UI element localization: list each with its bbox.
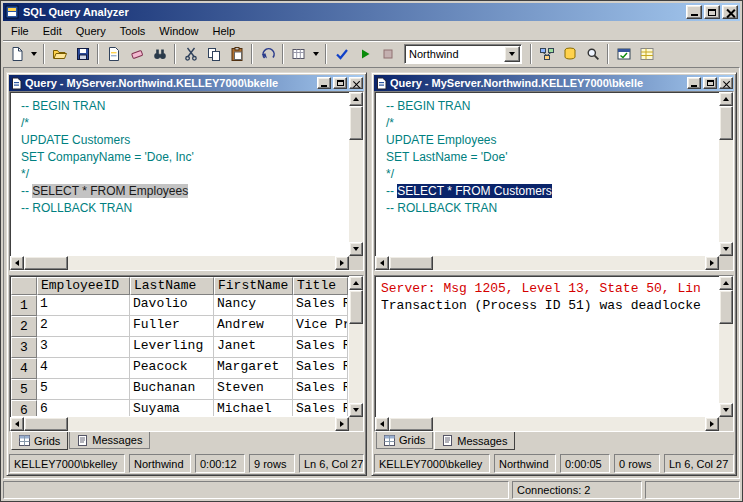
menu-item-query[interactable]: Query <box>69 23 113 39</box>
menu-item-tools[interactable]: Tools <box>113 23 153 39</box>
row-number[interactable]: 5 <box>11 379 37 400</box>
child-minimize-button[interactable] <box>317 77 331 89</box>
child-maximize-button[interactable] <box>703 77 717 89</box>
menu-item-edit[interactable]: Edit <box>36 23 69 39</box>
parse-query-button[interactable] <box>330 43 353 65</box>
editor-vertical-scrollbar[interactable] <box>719 92 733 256</box>
insert-template-button[interactable] <box>102 43 125 65</box>
open-file-button[interactable] <box>48 43 71 65</box>
row-number[interactable]: 3 <box>11 337 37 358</box>
table-row[interactable]: 3 3 Leverling Janet Sales R <box>11 337 348 358</box>
scroll-down-button[interactable] <box>719 242 733 256</box>
cell[interactable]: Steven <box>214 379 293 400</box>
row-number[interactable]: 1 <box>11 295 37 316</box>
cell[interactable]: Peacock <box>130 358 214 379</box>
scroll-left-button[interactable] <box>10 256 24 270</box>
cell[interactable]: 3 <box>37 337 130 358</box>
execute-mode-button[interactable] <box>287 43 310 65</box>
cell[interactable]: Vice Pr <box>293 316 348 337</box>
minimize-button[interactable] <box>686 5 702 19</box>
results-grid[interactable]: EmployeeID LastName FirstName Title 1 1 … <box>11 277 348 416</box>
object-search-button[interactable] <box>581 43 604 65</box>
cell[interactable]: Sales R <box>293 400 348 416</box>
child-close-button[interactable] <box>719 77 733 89</box>
messages-horizontal-scrollbar[interactable] <box>375 417 719 431</box>
find-button[interactable] <box>148 43 171 65</box>
scroll-down-button[interactable] <box>349 242 363 256</box>
display-plan-button[interactable] <box>535 43 558 65</box>
tab-messages[interactable]: Messages <box>434 431 515 450</box>
scroll-right-button[interactable] <box>705 256 719 270</box>
scroll-thumb[interactable] <box>389 417 433 431</box>
scroll-right-button[interactable] <box>335 417 349 431</box>
cell[interactable]: 6 <box>37 400 130 416</box>
cell[interactable]: 4 <box>37 358 130 379</box>
cell[interactable]: Buchanan <box>130 379 214 400</box>
scroll-thumb[interactable] <box>24 256 68 270</box>
cell[interactable]: Leverling <box>130 337 214 358</box>
scroll-up-button[interactable] <box>719 276 733 290</box>
query-window-left-titlebar[interactable]: Query - MyServer.Northwind.KELLEY7000\bk… <box>9 75 364 91</box>
connection-properties-button[interactable] <box>612 43 635 65</box>
scroll-up-button[interactable] <box>349 276 363 290</box>
database-combo[interactable]: Northwind <box>404 44 522 64</box>
new-query-button[interactable] <box>5 43 28 65</box>
table-row[interactable]: 4 4 Peacock Margaret Sales R <box>11 358 348 379</box>
cell[interactable]: 2 <box>37 316 130 337</box>
cell[interactable]: Sales R <box>293 337 348 358</box>
editor-vertical-scrollbar[interactable] <box>349 92 363 256</box>
editor-horizontal-scrollbar[interactable] <box>10 256 349 270</box>
cell[interactable]: Sales R <box>293 295 348 316</box>
cell[interactable]: Margaret <box>214 358 293 379</box>
tab-messages[interactable]: Messages <box>69 432 150 449</box>
execute-mode-dropdown[interactable] <box>310 43 322 65</box>
clear-window-button[interactable] <box>125 43 148 65</box>
column-header-employeeid[interactable]: EmployeeID <box>37 277 130 295</box>
cancel-query-button[interactable] <box>376 43 399 65</box>
menu-item-help[interactable]: Help <box>205 23 242 39</box>
scroll-down-button[interactable] <box>349 403 363 417</box>
paste-button[interactable] <box>225 43 248 65</box>
tab-grids[interactable]: Grids <box>376 432 433 449</box>
sql-editor[interactable]: -- BEGIN TRAN /* UPDATE Employees SET La… <box>374 91 734 271</box>
table-row[interactable]: 2 2 Fuller Andrew Vice Pr <box>11 316 348 337</box>
app-titlebar[interactable]: SQL Query Analyzer <box>3 3 740 21</box>
grid-vertical-scrollbar[interactable] <box>349 276 363 417</box>
cell[interactable]: Sales R <box>293 379 348 400</box>
cell[interactable]: Suyama <box>130 400 214 416</box>
scroll-thumb[interactable] <box>349 106 363 140</box>
cell[interactable]: Fuller <box>130 316 214 337</box>
child-maximize-button[interactable] <box>333 77 347 89</box>
editor-horizontal-scrollbar[interactable] <box>375 256 719 270</box>
copy-button[interactable] <box>202 43 225 65</box>
cell[interactable]: 1 <box>37 295 130 316</box>
grid-horizontal-scrollbar[interactable] <box>10 417 349 431</box>
scroll-left-button[interactable] <box>10 417 24 431</box>
scroll-left-button[interactable] <box>375 417 389 431</box>
undo-button[interactable] <box>256 43 279 65</box>
object-browser-button[interactable] <box>558 43 581 65</box>
select-all-cell[interactable] <box>11 277 37 295</box>
row-number[interactable]: 2 <box>11 316 37 337</box>
row-number[interactable]: 4 <box>11 358 37 379</box>
maximize-button[interactable] <box>704 5 720 19</box>
save-button[interactable] <box>71 43 94 65</box>
row-number[interactable]: 6 <box>11 400 37 416</box>
scroll-right-button[interactable] <box>335 256 349 270</box>
scroll-thumb[interactable] <box>24 417 68 431</box>
scroll-left-button[interactable] <box>375 256 389 270</box>
database-combo-dropdown[interactable] <box>504 46 520 62</box>
scroll-thumb[interactable] <box>389 256 433 270</box>
scroll-down-button[interactable] <box>719 403 733 417</box>
scroll-thumb[interactable] <box>719 106 733 140</box>
query-window-right-titlebar[interactable]: Query - MyServer.Northwind.KELLEY7000\bk… <box>374 75 734 91</box>
child-minimize-button[interactable] <box>687 77 701 89</box>
table-row[interactable]: 6 6 Suyama Michael Sales R <box>11 400 348 416</box>
show-results-pane-button[interactable] <box>635 43 658 65</box>
scroll-right-button[interactable] <box>705 417 719 431</box>
table-row[interactable]: 1 1 Davolio Nancy Sales R <box>11 295 348 316</box>
cell[interactable]: Davolio <box>130 295 214 316</box>
messages-vertical-scrollbar[interactable] <box>719 276 733 417</box>
scroll-up-button[interactable] <box>349 92 363 106</box>
scroll-up-button[interactable] <box>719 92 733 106</box>
